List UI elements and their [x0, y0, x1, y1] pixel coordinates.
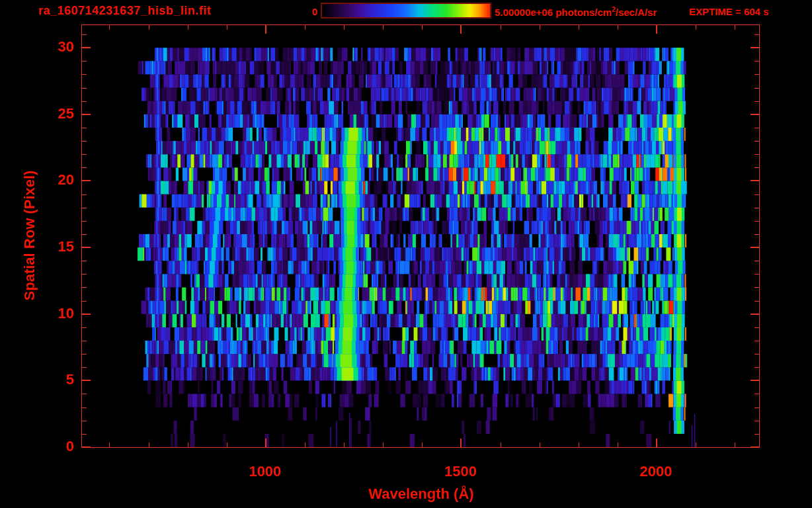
- axis-tick: [82, 247, 91, 248]
- axis-tick: [82, 407, 87, 408]
- x-tick-label: 1500: [430, 463, 490, 480]
- axis-tick: [109, 443, 110, 447]
- axis-tick: [82, 208, 87, 208]
- axis-tick: [735, 443, 735, 447]
- axis-tick: [754, 301, 759, 302]
- axis-tick: [754, 128, 759, 128]
- axis-tick: [754, 234, 759, 235]
- axis-tick: [754, 141, 759, 142]
- axis-tick: [265, 25, 266, 34]
- axis-tick: [422, 443, 423, 447]
- axis-tick: [82, 287, 87, 288]
- axis-tick: [82, 274, 87, 275]
- colorbar-max-label: 5.00000e+06 photons/cm2/sec/A/sr: [495, 6, 657, 18]
- axis-tick: [82, 34, 87, 35]
- axis-tick: [82, 128, 87, 128]
- axis-tick: [188, 25, 188, 30]
- x-tick-label: 2000: [626, 463, 686, 480]
- axis-tick: [82, 261, 87, 261]
- axis-tick: [383, 443, 384, 447]
- axis-tick: [82, 154, 87, 155]
- axis-tick: [305, 443, 305, 447]
- axis-tick: [82, 314, 91, 315]
- axis-tick: [188, 443, 188, 447]
- axis-tick: [735, 25, 735, 30]
- plot-area: [81, 24, 760, 448]
- axis-tick: [754, 407, 759, 408]
- axis-tick: [460, 439, 462, 447]
- axis-tick: [751, 314, 759, 315]
- axis-tick: [82, 167, 87, 168]
- y-tick-label: 15: [40, 239, 74, 255]
- axis-tick: [227, 443, 227, 447]
- axis-tick: [754, 74, 759, 75]
- iuvs-quicklook-window: ra_160714231637_hisb_lin.fit 0 5.00000e+…: [0, 0, 812, 508]
- axis-tick: [751, 47, 759, 48]
- axis-tick: [82, 446, 91, 448]
- axis-tick: [696, 443, 696, 447]
- axis-tick: [754, 154, 759, 155]
- axis-tick: [754, 287, 759, 288]
- axis-tick: [265, 439, 266, 447]
- axis-tick: [754, 167, 759, 168]
- axis-tick: [82, 301, 87, 302]
- axis-tick: [754, 354, 759, 355]
- axis-tick: [656, 439, 657, 447]
- axis-tick: [109, 25, 110, 30]
- axis-tick: [751, 247, 759, 248]
- y-tick-label: 10: [40, 306, 74, 321]
- axis-tick: [751, 380, 759, 381]
- axis-tick: [656, 25, 657, 34]
- axis-tick: [540, 443, 540, 447]
- axis-tick: [82, 114, 91, 115]
- x-axis-title: Wavelength (Å): [368, 486, 473, 503]
- axis-tick: [82, 61, 87, 62]
- axis-tick: [82, 367, 87, 368]
- axis-tick: [344, 25, 345, 30]
- axis-tick: [82, 141, 87, 142]
- axis-tick: [501, 443, 501, 447]
- colorbar-max-label-prefix: 5.00000e+06 photons/cm: [495, 7, 612, 18]
- axis-tick: [540, 25, 540, 30]
- axis-tick: [82, 180, 91, 181]
- axis-tick: [754, 61, 759, 62]
- axis-tick: [754, 394, 759, 394]
- axis-tick: [754, 261, 759, 261]
- y-tick-label: 5: [40, 372, 74, 388]
- y-axis-title: Spatial Row (Pixel): [21, 171, 38, 301]
- axis-tick: [82, 194, 87, 195]
- axis-ticks-layer: [82, 25, 759, 447]
- axis-tick: [82, 47, 91, 48]
- axis-tick: [460, 25, 462, 34]
- axis-tick: [754, 367, 759, 368]
- colorbar-max-label-suffix: /sec/A/sr: [616, 7, 657, 18]
- axis-tick: [754, 421, 759, 421]
- axis-tick: [82, 327, 87, 328]
- axis-tick: [696, 25, 696, 30]
- exptime-label: EXPTIME = 604 s: [689, 6, 768, 17]
- axis-tick: [754, 341, 759, 341]
- y-tick-label: 0: [40, 439, 74, 454]
- y-tick-label: 20: [40, 172, 74, 188]
- axis-tick: [305, 25, 305, 30]
- axis-tick: [618, 25, 618, 30]
- axis-tick: [751, 114, 759, 115]
- axis-tick: [754, 34, 759, 35]
- axis-tick: [344, 443, 345, 447]
- y-tick-label: 25: [40, 106, 74, 122]
- axis-tick: [149, 25, 149, 30]
- colorbar-gradient: [321, 3, 491, 19]
- axis-tick: [754, 88, 759, 89]
- y-tick-label: 30: [40, 39, 74, 55]
- axis-tick: [754, 194, 759, 195]
- axis-tick: [149, 443, 149, 447]
- axis-tick: [618, 443, 618, 447]
- axis-tick: [82, 354, 87, 355]
- colorbar-min-label: 0: [304, 6, 317, 17]
- axis-tick: [754, 274, 759, 275]
- axis-tick: [227, 25, 227, 30]
- axis-tick: [82, 421, 87, 421]
- axis-tick: [82, 394, 87, 394]
- axis-tick: [82, 234, 87, 235]
- axis-tick: [751, 180, 759, 181]
